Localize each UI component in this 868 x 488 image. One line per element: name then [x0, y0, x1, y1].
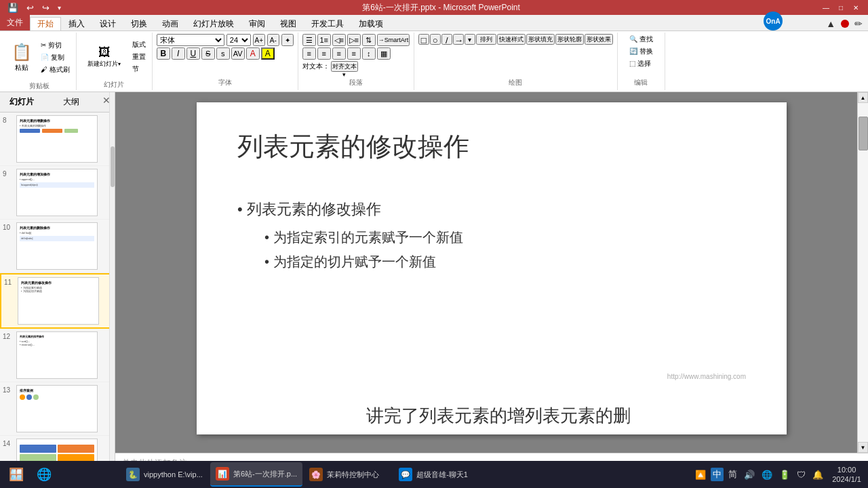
taskbar-browser[interactable]: 🌐 [31, 462, 119, 487]
slide-canvas-area[interactable]: ▲ ▼ 列表元素的修改操作 • 列表元素的修改操作 • 为指定索引的元素赋予一个… [115, 92, 868, 453]
highlight-button[interactable]: A [261, 47, 275, 60]
shape-line-button[interactable]: / [441, 34, 452, 45]
scroll-down-btn[interactable]: ▼ [858, 442, 868, 453]
spacing-button[interactable]: AV [231, 47, 245, 60]
reset-button[interactable]: 重置 [130, 52, 148, 62]
tab-review[interactable]: 审阅 [241, 17, 273, 30]
justify-button[interactable]: ≡ [347, 47, 361, 60]
show-desktop-icon[interactable]: 🔼 [693, 468, 708, 481]
tab-transitions[interactable]: 切换 [123, 17, 155, 30]
slide-thumb-10[interactable]: 10 列表元素的删除操作 • del list[i] del list[inde… [0, 220, 115, 273]
panel-scroll-thumb[interactable] [111, 146, 115, 187]
layout-button[interactable]: 版式 [130, 39, 148, 50]
convert-smartart-button[interactable]: →SmartArt [377, 34, 410, 46]
panel-scrollbar[interactable] [109, 92, 115, 473]
taskbar-moli[interactable]: 🌸 茉莉特控制中心 [304, 462, 392, 487]
font-grow-button[interactable]: A+ [253, 34, 265, 46]
user-avatar[interactable]: OnA [764, 12, 783, 30]
shape-fill-button[interactable]: 形状填充 [526, 34, 555, 45]
close-button[interactable]: ✕ [849, 2, 863, 13]
network-icon[interactable]: 🌐 [760, 468, 774, 481]
pen-icon[interactable]: ✏ [852, 17, 865, 30]
save-icon[interactable]: 💾 [5, 2, 20, 14]
slides-tab[interactable]: 幻灯片 [4, 95, 39, 109]
maximize-button[interactable]: □ [834, 2, 848, 13]
copy-button[interactable]: 📄 复制 [39, 52, 72, 63]
start-button[interactable]: 🪟 [3, 462, 30, 487]
redo-icon[interactable]: ↪ [40, 2, 52, 14]
font-name-select[interactable]: 宋体 [157, 34, 224, 46]
slide-thumb-13[interactable]: 13 排序案例 [0, 382, 115, 436]
columns-button[interactable]: ▦ [377, 47, 391, 60]
minimize-button[interactable]: — [819, 2, 833, 13]
tab-insert[interactable]: 插入 [61, 17, 92, 30]
font-color-button[interactable]: A [246, 47, 260, 60]
tab-slideshow[interactable]: 幻灯片放映 [186, 17, 241, 30]
slide-thumb-8[interactable]: 8 列表元素的增删操作 • 列表元素的增删操作 [0, 113, 115, 166]
bullet-list-button[interactable]: ☰ [302, 34, 316, 46]
shape-effect-button[interactable]: 形状效果 [585, 34, 613, 45]
bullet-2[interactable]: • 为指定索引的元素赋予一个新值 [264, 226, 760, 248]
customize-qa-icon[interactable]: ▾ [56, 3, 63, 12]
taskbar-chat[interactable]: 💬 超级音雄-聊天1 [393, 462, 481, 487]
slide-subtitle[interactable]: 讲完了列表元素的增列表元素的删 [237, 404, 760, 428]
section-button[interactable]: 节 [130, 64, 148, 75]
volume-icon[interactable]: 🔊 [742, 468, 757, 481]
scroll-up-btn[interactable]: ▲ [858, 92, 868, 103]
font-size-select[interactable]: 24 [226, 34, 251, 46]
numbered-list-button[interactable]: 1≡ [317, 34, 331, 46]
ime-icon[interactable]: 中 [711, 468, 724, 481]
shape-more-button[interactable]: ▾ [465, 34, 475, 45]
tab-developer[interactable]: 开发工具 [304, 17, 351, 30]
find-button[interactable]: 🔍 查找 [627, 34, 655, 45]
replace-button[interactable]: 🔄 替换 [627, 46, 655, 57]
taskbar-vippython[interactable]: 🐍 vippython E:\vip... [121, 462, 209, 487]
slide-body[interactable]: • 列表元素的修改操作 • 为指定索引的元素赋予一个新值 • 为指定的切片赋予一… [237, 197, 760, 275]
bold-button[interactable]: B [157, 47, 170, 60]
outline-tab[interactable]: 大纲 [58, 95, 85, 109]
italic-button[interactable]: I [172, 47, 185, 60]
slide-thumb-11[interactable]: 11 列表元素的修改操作 • 为指定索引赋值 • 为指定切片赋值 [0, 273, 115, 329]
tab-file[interactable]: 文件 [0, 14, 30, 30]
shape-arrow-button[interactable]: → [453, 34, 464, 45]
tab-animations[interactable]: 动画 [155, 17, 186, 30]
shape-outline-button[interactable]: 形状轮廓 [555, 34, 584, 45]
tab-home[interactable]: 开始 [30, 17, 61, 30]
canvas-v-scrollbar[interactable]: ▲ ▼ [857, 92, 868, 453]
slide-canvas[interactable]: 列表元素的修改操作 • 列表元素的修改操作 • 为指定索引的元素赋予一个新值 •… [197, 102, 787, 434]
select-button[interactable]: ⬚ 选择 [627, 58, 653, 69]
scroll-thumb[interactable] [859, 117, 868, 150]
tab-addins[interactable]: 加载项 [351, 17, 391, 30]
font-shrink-button[interactable]: A- [267, 34, 279, 46]
tab-view[interactable]: 视图 [273, 17, 304, 30]
ribbon-collapse-icon[interactable]: ▲ [823, 17, 838, 30]
increase-indent-button[interactable]: ▷≡ [347, 34, 361, 46]
scroll-track[interactable] [858, 103, 868, 442]
align-right-button[interactable]: ≡ [332, 47, 346, 60]
format-painter-button[interactable]: 🖌 格式刷 [39, 64, 72, 75]
shape-circle-button[interactable]: ○ [430, 34, 441, 45]
slide-thumb-12[interactable]: 12 列表元素的排序操作 • sort()... • reverse()... [0, 329, 115, 382]
quick-styles-button[interactable]: 快速样式 [497, 34, 526, 45]
paste-button[interactable]: 📋 粘贴 [7, 34, 37, 81]
align-text-button[interactable]: 对齐文本▾ [331, 61, 358, 72]
battery-icon[interactable]: 🔋 [777, 468, 792, 481]
system-time[interactable]: 10:00 2024/1/1 [828, 464, 865, 486]
slide-title[interactable]: 列表元素的修改操作 [237, 129, 760, 164]
strikethrough-button[interactable]: S [201, 47, 215, 60]
slide-thumb-9[interactable]: 9 列表元素的增加操作 • append()... list.append(ob… [0, 166, 115, 220]
cut-button[interactable]: ✂ 剪切 [39, 40, 72, 51]
clear-format-button[interactable]: ✦ [281, 34, 294, 46]
tab-design[interactable]: 设计 [92, 17, 123, 30]
simplified-icon[interactable]: 简 [726, 467, 739, 482]
line-spacing-button[interactable]: ↕ [362, 47, 376, 60]
shape-rect-button[interactable]: □ [418, 34, 429, 45]
notification-icon[interactable]: 🔔 [810, 468, 825, 481]
new-slide-button[interactable]: 🖼 新建幻灯片▾ [81, 34, 128, 80]
shadow-button[interactable]: s [216, 47, 230, 60]
taskbar-powerpoint[interactable]: 📊 第6站-一次排开.p... [210, 462, 302, 487]
arrange-button[interactable]: 排列 [476, 34, 496, 45]
bullet-1[interactable]: • 列表元素的修改操作 [237, 197, 760, 221]
align-center-button[interactable]: ≡ [317, 47, 331, 60]
decrease-indent-button[interactable]: ◁≡ [332, 34, 346, 46]
